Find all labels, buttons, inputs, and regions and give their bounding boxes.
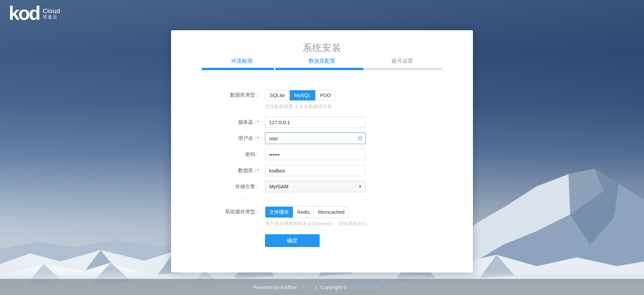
section-divider: [208, 230, 435, 230]
db-type-option-mysql[interactable]: MySQL: [289, 90, 315, 100]
db-type-option-pdo[interactable]: PDO: [315, 90, 335, 100]
cache-type-label: 系统缓存类型 :: [171, 206, 259, 227]
kodcloud-link[interactable]: kodcloud.com: [349, 284, 380, 290]
username-label: 用户名 :*: [171, 133, 259, 144]
step-progress-bar: [202, 68, 442, 70]
cache-option-file[interactable]: 文件缓存: [265, 207, 293, 217]
password-label: 密码 :: [171, 149, 259, 160]
username-input[interactable]: [265, 133, 366, 144]
progress-segment-active: [275, 68, 363, 70]
db-config-form: 数据库类型 : SQLite MySQL PDO 支持集群部署,主从多数据库分离…: [171, 90, 473, 247]
brand-logo: kod Cloud 可道云: [9, 4, 60, 22]
section-divider: [208, 200, 435, 200]
storage-engine-label: 存储引擎 :: [171, 181, 259, 192]
tab-account-setup[interactable]: 账号设置: [362, 57, 442, 65]
brand-name-cn: 可道云: [43, 14, 60, 20]
server-label: 服务器 :*: [171, 116, 259, 128]
chevron-down-icon: ▾: [359, 181, 361, 192]
info-icon[interactable]: ⓘ: [385, 283, 391, 291]
storage-engine-select[interactable]: MyISAM ▾: [265, 181, 366, 192]
db-type-option-sqlite[interactable]: SQLite: [265, 90, 289, 100]
footer-period: .: [382, 284, 383, 290]
footer-bar: Powered by kodbox V1.23 | Copyright © ko…: [0, 279, 644, 295]
database-input[interactable]: [265, 165, 366, 176]
step-tabs: 环境检测 数据库配置 账号设置: [202, 57, 442, 65]
db-type-label: 数据库类型 :: [171, 90, 259, 110]
footer-separator: |: [316, 284, 317, 290]
copyright-text: Copyright ©: [320, 284, 347, 290]
confirm-button[interactable]: 确定: [265, 234, 320, 247]
tab-db-config[interactable]: 数据库配置: [282, 57, 362, 65]
db-type-group: SQLite MySQL PDO: [265, 90, 335, 101]
cache-helper-text: 用于缓存通用数据及会话session， 加快系统访问: [265, 220, 367, 227]
storage-engine-value: MyISAM: [269, 184, 288, 189]
kod-wordmark: kod: [9, 4, 39, 22]
powered-by-text: Powered by kodbox: [253, 284, 297, 290]
server-input[interactable]: [265, 116, 366, 128]
version-link[interactable]: V1.23: [299, 284, 312, 290]
cache-option-memcached[interactable]: Memcached: [314, 207, 348, 217]
cache-type-group: 文件缓存 Redis Memcached: [265, 206, 349, 218]
tab-env-check[interactable]: 环境检测: [202, 57, 282, 65]
progress-segment-done: [202, 68, 274, 70]
database-label: 数据库 :*: [171, 165, 259, 176]
password-input[interactable]: [265, 149, 366, 160]
page-title: 系统安装: [171, 43, 473, 53]
clear-icon[interactable]: ×: [357, 136, 363, 141]
progress-segment-pending: [363, 68, 442, 70]
cache-option-redis[interactable]: Redis: [293, 207, 314, 217]
installer-card: 系统安装 环境检测 数据库配置 账号设置 数据库类型 : SQLite MySQ…: [171, 30, 473, 273]
brand-name: Cloud: [43, 8, 60, 14]
db-type-helper-text: 支持集群部署,主从多数据库分离.: [265, 103, 335, 110]
